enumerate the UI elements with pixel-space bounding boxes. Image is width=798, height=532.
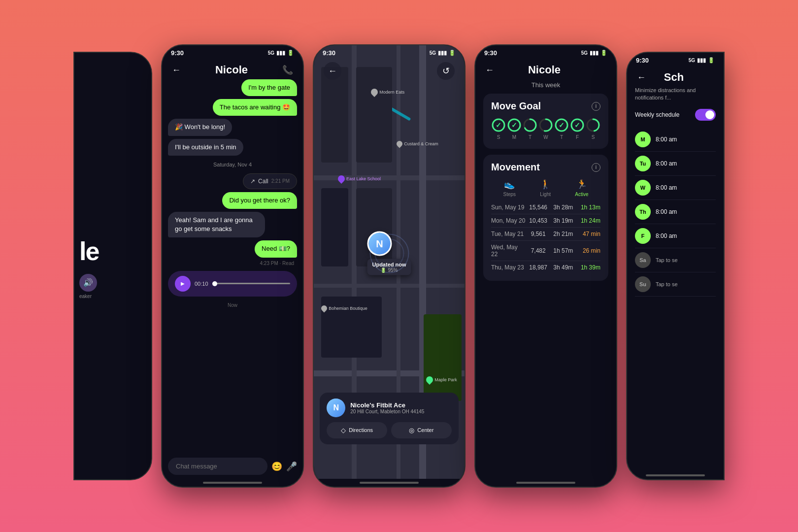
time-monday: 8:00 am — [656, 136, 677, 143]
signal-icon-2: 5G — [268, 50, 274, 56]
message-3: 🎉 Won't be long! — [168, 119, 232, 135]
move-goal-header: Move Goal i — [491, 100, 600, 112]
status-bar-3: 9:30 5G ▮▮▮ 🔋 — [314, 45, 465, 59]
messages-screen: 9:30 5G ▮▮▮ 🔋 ← Nicole 📞 I'm by the gate… — [162, 45, 303, 487]
check-t2: ✓ — [559, 121, 565, 129]
active-label: Active — [575, 192, 588, 197]
schedule-back-btn[interactable]: ← — [637, 72, 646, 83]
center-icon: ◎ — [409, 427, 414, 434]
date-separator: Saturday, Nov 4 — [168, 159, 297, 170]
message-6: Yeah! Sam and I are gonna go get some sn… — [168, 212, 265, 237]
call-button[interactable]: 📞 — [282, 65, 293, 75]
schedule-list: M 8:00 am Tu 8:00 am W 8:00 am Th 8:00 a… — [635, 128, 716, 297]
messages-list: I'm by the gate The tacos are waiting 🤩 … — [162, 79, 303, 454]
light-col-header: 🚶 Light — [540, 179, 551, 197]
fitness-screen-container: 9:30 5G ▮▮▮ 🔋 ← Nicole This week — [475, 45, 616, 487]
time-wednesday: 8:00 am — [656, 184, 677, 191]
tap-saturday[interactable]: Tap to se — [656, 257, 678, 263]
schedule-nav-title: Sch — [664, 71, 684, 84]
signal-3: 5G — [430, 50, 436, 56]
audio-progress-bar[interactable] — [212, 283, 290, 284]
run-icon: 🏃 — [576, 179, 587, 190]
schedule-thursday: Th 8:00 am — [635, 200, 716, 224]
bars-5: ▮▮▮ — [697, 57, 706, 64]
check-f: ✓ — [574, 121, 580, 129]
card-name: Nicole's Fitbit Ace — [350, 401, 424, 409]
directions-icon: ◇ — [341, 427, 346, 434]
movement-columns: 👟 Steps 🚶 Light 🏃 Active — [491, 179, 600, 197]
tap-sunday[interactable]: Tap to se — [656, 281, 678, 287]
walk-icon: 🚶 — [540, 179, 551, 190]
call-arrow-icon: ↗ — [250, 178, 255, 185]
map-nav-header: ← ↺ — [314, 57, 465, 83]
row-tue-may21: Tue, May 21 9,561 2h 21m 47 min — [491, 228, 600, 241]
partial-name-text: le — [79, 238, 146, 264]
time-tuesday: 8:00 am — [656, 160, 677, 167]
status-time-2: 9:30 — [171, 49, 184, 57]
status-bar-4: 9:30 5G ▮▮▮ 🔋 — [475, 45, 616, 59]
day-ring-s2 — [586, 118, 600, 133]
time-friday: 8:00 am — [656, 233, 677, 239]
check-m: ✓ — [511, 121, 517, 129]
weekly-schedule-header: Weekly schedule — [635, 109, 716, 121]
mic-button[interactable]: 🎤 — [286, 461, 297, 472]
day-ring-s1: ✓ — [491, 118, 506, 133]
play-button[interactable]: ▶ — [175, 276, 191, 292]
emoji-button[interactable]: 😊 — [271, 461, 282, 472]
map-refresh-button[interactable]: ↺ — [437, 62, 455, 80]
move-goal-info-icon[interactable]: i — [592, 102, 600, 111]
movement-card: Movement i 👟 Steps 🚶 Light — [483, 155, 608, 281]
call-message: ↗ Call 2:21 PM — [243, 173, 297, 189]
battery-3: 🔋 — [449, 50, 456, 56]
pin-maple: Maple Park — [426, 376, 457, 383]
schedule-tuesday: Tu 8:00 am — [635, 152, 716, 176]
bars-3: ▮▮▮ — [438, 50, 447, 56]
steps-icon: 👟 — [504, 179, 515, 190]
phone-2-messages: 9:30 5G ▮▮▮ 🔋 ← Nicole 📞 I'm by the gate… — [161, 44, 304, 488]
schedule-monday: M 8:00 am — [635, 128, 716, 152]
light-label: Light — [540, 192, 551, 197]
bars-4: ▮▮▮ — [590, 50, 598, 56]
check-s1: ✓ — [496, 121, 501, 129]
movement-header: Movement i — [491, 162, 600, 173]
read-timestamp: 4:23 PM · Read — [260, 261, 297, 266]
battery-5: 🔋 — [708, 57, 715, 64]
speaker-label: eaker — [79, 294, 146, 299]
row-wed-may22: Wed, May 22 7,482 1h 57m 26 min — [491, 241, 600, 261]
back-button-2[interactable]: ← — [172, 65, 181, 75]
time-thursday: 8:00 am — [656, 208, 677, 215]
location-marker: N Updated now 🔋 95% — [367, 232, 411, 275]
battery-4: 🔋 — [600, 50, 607, 56]
schedule-friday: F 8:00 am — [635, 224, 716, 248]
move-goal-days: ✓ S ✓ M — [491, 118, 600, 140]
schedule-sunday: Su Tap to se — [635, 272, 716, 297]
directions-button[interactable]: ◇ Directions — [327, 422, 387, 438]
day-badge-th: Th — [635, 204, 651, 220]
card-avatar: N — [327, 399, 345, 417]
schedule-nav: ← Sch — [627, 66, 724, 87]
day-t2: ✓ T — [554, 118, 569, 140]
map-back-button[interactable]: ← — [324, 62, 341, 80]
schedule-description: Minimize distractions and notifications … — [635, 87, 716, 102]
phone-4-fitness: 9:30 5G ▮▮▮ 🔋 ← Nicole This week — [474, 44, 617, 488]
day-badge-sa: Sa — [635, 252, 651, 268]
day-badge-tu: Tu — [635, 156, 651, 171]
audio-player: ▶ 00:10 — [168, 271, 297, 297]
home-indicator-2 — [203, 482, 262, 484]
home-indicator-4 — [516, 482, 575, 484]
day-t1: T — [523, 118, 537, 140]
center-button[interactable]: ◎ Center — [391, 422, 452, 438]
steps-col-header: 👟 Steps — [503, 179, 516, 197]
chat-message-input[interactable] — [168, 458, 267, 475]
row-thu-may23: Thu, May 23 18,987 3h 49m 1h 39m — [491, 261, 600, 274]
movement-info-icon[interactable]: i — [592, 163, 600, 172]
map-screen: 9:30 5G ▮▮▮ 🔋 ← ↺ — [314, 45, 465, 487]
signal-4: 5G — [581, 50, 588, 56]
weekly-schedule-toggle[interactable] — [695, 109, 716, 121]
fitness-back-btn[interactable]: ← — [485, 65, 494, 75]
pin-eastlake: East Lake School — [338, 175, 381, 182]
day-ring-t2: ✓ — [554, 118, 569, 133]
message-2: The tacos are waiting 🤩 — [213, 99, 297, 116]
status-icons-3: 5G ▮▮▮ 🔋 — [430, 50, 456, 56]
call-time: 2:21 PM — [271, 178, 290, 184]
